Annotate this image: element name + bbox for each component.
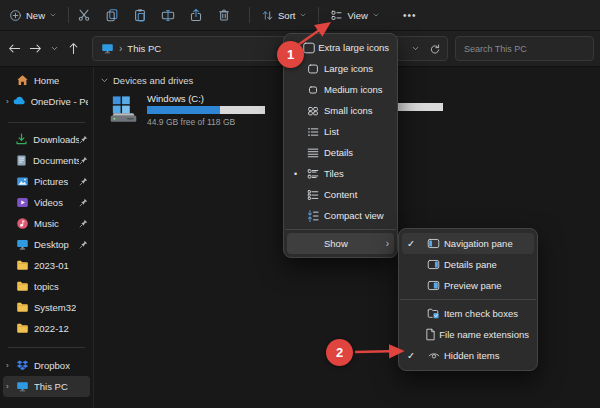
drive-usage-bar	[147, 106, 265, 114]
sidebar-item-home[interactable]: Home	[3, 70, 90, 91]
search-input[interactable]	[464, 44, 585, 54]
new-button-label: New	[26, 10, 45, 21]
sidebar-item-videos[interactable]: Videos	[3, 192, 90, 213]
file-explorer-window: New Sort View ••• ›	[0, 0, 600, 408]
new-button[interactable]: New	[4, 5, 62, 26]
plus-circle-icon	[9, 9, 22, 22]
sidebar-item-documents[interactable]: Documents	[3, 150, 90, 171]
menu-item-details[interactable]: Details	[287, 142, 394, 163]
menu-item-compact-view[interactable]: Compact view	[287, 205, 394, 226]
large-icons-icon	[302, 62, 324, 76]
sidebar-divider	[8, 347, 85, 348]
small-icons-icon	[302, 104, 324, 118]
sidebar: Home › OneDrive - Pers… Downloads Docume…	[0, 67, 94, 408]
devices-and-drives-header[interactable]: Devices and drives	[100, 75, 193, 86]
submenu-item-details-pane[interactable]: Details pane	[402, 254, 534, 275]
sidebar-item-desktop[interactable]: Desktop	[3, 234, 90, 255]
this-pc-icon	[101, 42, 114, 55]
sort-button-label: Sort	[278, 10, 295, 21]
submenu-arrow-icon: ›	[386, 238, 389, 249]
forward-button[interactable]	[27, 39, 43, 59]
menu-item-tiles[interactable]: • Tiles	[287, 163, 394, 184]
medium-icons-icon	[302, 83, 324, 97]
menu-item-large-icons[interactable]: Large icons	[287, 58, 394, 79]
list-icon	[302, 125, 324, 139]
share-button[interactable]	[187, 4, 205, 26]
sidebar-item-folder-system32[interactable]: System32	[3, 297, 90, 318]
sidebar-item-dropbox[interactable]: › Dropbox	[3, 355, 90, 376]
submenu-item-file-name-extensions[interactable]: File name extensions	[402, 324, 534, 345]
paste-button[interactable]	[131, 4, 149, 26]
drive-free-space: 44.9 GB free of 118 GB	[147, 117, 265, 127]
hidden-items-eye-icon	[423, 349, 444, 362]
rename-button[interactable]	[159, 4, 177, 26]
annotation-step-2-badge: 2	[326, 339, 353, 366]
drive-usage-fill	[147, 106, 220, 114]
pin-icon	[79, 156, 88, 165]
breadcrumb[interactable]: › This PC	[101, 42, 161, 55]
copy-button[interactable]	[103, 4, 121, 26]
file-name-extensions-icon	[421, 328, 439, 341]
menu-item-medium-icons[interactable]: Medium icons	[287, 79, 394, 100]
folder-icon	[15, 322, 29, 335]
menu-item-small-icons[interactable]: Small icons	[287, 100, 394, 121]
menu-item-list[interactable]: List	[287, 121, 394, 142]
content-icon	[302, 188, 324, 202]
preview-pane-icon	[423, 279, 444, 292]
videos-icon	[15, 196, 29, 209]
refresh-icon[interactable]	[429, 43, 441, 55]
address-dropdown-chevron[interactable]	[411, 44, 420, 53]
sidebar-divider	[8, 122, 85, 123]
sidebar-item-music[interactable]: Music	[3, 213, 90, 234]
menu-item-content[interactable]: Content	[287, 184, 394, 205]
sidebar-item-downloads[interactable]: Downloads	[3, 129, 90, 150]
documents-icon	[15, 154, 28, 167]
sidebar-item-folder-2022-12[interactable]: 2022-12	[3, 318, 90, 339]
submenu-item-preview-pane[interactable]: Preview pane	[402, 275, 534, 296]
recent-locations-chevron[interactable]	[48, 39, 60, 59]
windows-c-drive-tile[interactable]: Windows (C:) 44.9 GB free of 118 GB	[108, 93, 265, 127]
sidebar-item-folder-topics[interactable]: topics	[3, 276, 90, 297]
breadcrumb-this-pc[interactable]: This PC	[127, 43, 161, 54]
hard-drive-icon	[108, 93, 139, 127]
menu-item-show[interactable]: Show ›	[287, 233, 394, 254]
cut-button[interactable]	[75, 4, 93, 26]
chevron-down-icon	[49, 11, 57, 19]
view-dropdown-menu: Extra large icons Large icons Medium ico…	[283, 33, 398, 258]
delete-button[interactable]	[215, 4, 233, 26]
pin-icon	[79, 177, 88, 186]
pin-icon	[79, 219, 88, 228]
desktop-icon	[15, 238, 29, 251]
folder-icon	[15, 259, 29, 272]
view-button[interactable]: View	[325, 5, 384, 26]
compact-view-icon	[302, 209, 324, 223]
submenu-item-item-check-boxes[interactable]: Item check boxes	[402, 303, 534, 324]
expand-chevron-icon[interactable]: ›	[5, 97, 13, 106]
view-layout-icon	[330, 9, 343, 22]
folder-icon	[15, 301, 29, 314]
up-button[interactable]	[65, 39, 81, 59]
this-pc-icon	[15, 380, 29, 393]
submenu-item-navigation-pane[interactable]: ✓ Navigation pane	[402, 233, 534, 254]
pictures-icon	[15, 175, 29, 188]
more-options-button[interactable]: •••	[397, 6, 423, 25]
expand-chevron-icon[interactable]: ›	[5, 361, 15, 370]
sidebar-item-pictures[interactable]: Pictures	[3, 171, 90, 192]
pin-icon	[79, 135, 88, 144]
submenu-item-hidden-items[interactable]: ✓ Hidden items	[402, 345, 534, 366]
back-button[interactable]	[6, 39, 22, 59]
sidebar-item-onedrive[interactable]: › OneDrive - Pers…	[3, 91, 90, 112]
sidebar-item-folder-2023-01[interactable]: 2023-01	[3, 255, 90, 276]
view-button-label: View	[347, 10, 367, 21]
sidebar-item-this-pc[interactable]: › This PC	[3, 376, 90, 397]
sort-button[interactable]: Sort	[256, 5, 312, 26]
pin-icon	[79, 198, 88, 207]
expand-chevron-icon[interactable]: ›	[5, 382, 15, 391]
search-box[interactable]	[455, 36, 594, 61]
toolbar-separator	[318, 7, 319, 23]
breadcrumb-separator: ›	[119, 43, 122, 54]
checkmark-icon: ✓	[404, 238, 423, 249]
sort-arrows-icon	[261, 9, 274, 22]
home-icon	[15, 74, 29, 87]
item-check-boxes-icon	[423, 307, 444, 320]
